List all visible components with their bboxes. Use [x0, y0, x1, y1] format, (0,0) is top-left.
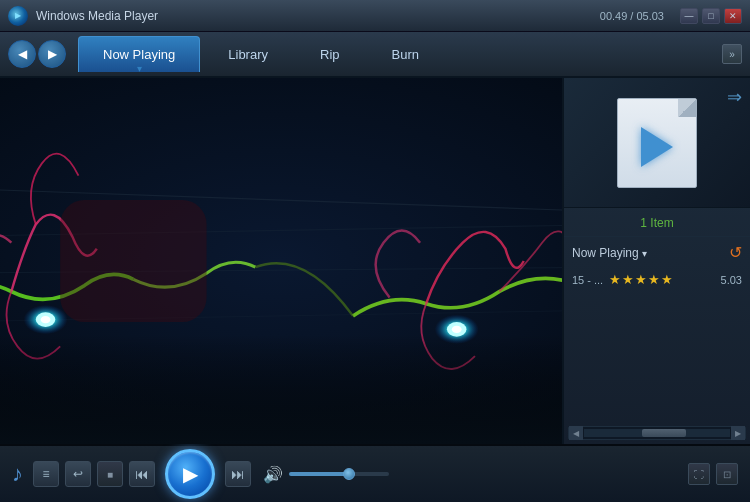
horizontal-scrollbar[interactable]: ◀ ▶: [568, 426, 746, 440]
fullscreen-button[interactable]: ⛶: [688, 463, 710, 485]
nav-arrows: ◀ ▶: [8, 40, 66, 68]
minimize-button[interactable]: —: [680, 8, 698, 24]
next-button[interactable]: ⏭: [225, 461, 251, 487]
play-button[interactable]: ▶: [165, 449, 215, 499]
visualization-canvas: [0, 78, 562, 444]
scroll-left-button[interactable]: ◀: [569, 426, 583, 440]
restore-button[interactable]: □: [702, 8, 720, 24]
right-panel: ⇒ 1 Item Now Playing ▾ ↺ 15 - ... ★ ★ ★ …: [562, 78, 750, 444]
shuffle-icon[interactable]: ↺: [729, 243, 742, 262]
bottom-controls: ♪ ≡ ↩ ⏮ ▶ ⏭ 🔊 ⛶ ⊡: [0, 444, 750, 502]
stop-button[interactable]: [97, 461, 123, 487]
star-1: ★: [609, 272, 621, 287]
album-art-doc: [617, 98, 697, 188]
app-logo: [8, 6, 28, 26]
scroll-right-button[interactable]: ▶: [731, 426, 745, 440]
title-bar: Windows Media Player 00.49 / 05.03 — □ ✕: [0, 0, 750, 32]
star-4: ★: [648, 272, 660, 287]
visualization-area: [0, 78, 562, 444]
tab-burn[interactable]: Burn: [368, 36, 443, 72]
previous-button[interactable]: ⏮: [129, 461, 155, 487]
album-art-area: ⇒: [564, 78, 750, 208]
app-title: Windows Media Player: [36, 9, 600, 23]
back-button[interactable]: ◀: [8, 40, 36, 68]
tab-rip[interactable]: Rip: [296, 36, 364, 72]
nav-bar: ◀ ▶ Now Playing Library Rip Burn »: [0, 32, 750, 78]
forward-button[interactable]: ▶: [38, 40, 66, 68]
svg-rect-13: [0, 78, 562, 444]
mini-player-button[interactable]: ⊡: [716, 463, 738, 485]
tab-library[interactable]: Library: [204, 36, 292, 72]
item-count: 1 Item: [564, 208, 750, 237]
album-play-indicator: [641, 127, 673, 167]
now-playing-row: Now Playing ▾ ↺: [564, 237, 750, 268]
tab-now-playing[interactable]: Now Playing: [78, 36, 200, 72]
star-rating[interactable]: ★ ★ ★ ★ ★: [609, 272, 673, 287]
track-duration: 5.03: [721, 274, 742, 286]
track-row: 15 - ... ★ ★ ★ ★ ★ 5.03: [564, 268, 750, 291]
star-3: ★: [635, 272, 647, 287]
scroll-track: [584, 429, 730, 437]
now-playing-label[interactable]: Now Playing ▾: [572, 246, 725, 260]
playback-time: 00.49 / 05.03: [600, 10, 664, 22]
window-controls: — □ ✕: [680, 8, 742, 24]
star-5: ★: [661, 272, 673, 287]
track-number: 15 - ...: [572, 274, 603, 286]
shuffle-button[interactable]: ≡: [33, 461, 59, 487]
star-2: ★: [622, 272, 634, 287]
panel-arrow-icon[interactable]: ⇒: [727, 86, 742, 108]
volume-slider[interactable]: [289, 472, 389, 476]
music-note-icon: ♪: [12, 461, 23, 487]
volume-icon: 🔊: [263, 465, 283, 484]
main-content: ⇒ 1 Item Now Playing ▾ ↺ 15 - ... ★ ★ ★ …: [0, 78, 750, 444]
panel-scrollbar-area: ◀ ▶: [564, 291, 750, 444]
close-button[interactable]: ✕: [724, 8, 742, 24]
more-tabs-button[interactable]: »: [722, 44, 742, 64]
scroll-thumb[interactable]: [642, 429, 686, 437]
bottom-right-icons: ⛶ ⊡: [688, 463, 738, 485]
repeat-button[interactable]: ↩: [65, 461, 91, 487]
